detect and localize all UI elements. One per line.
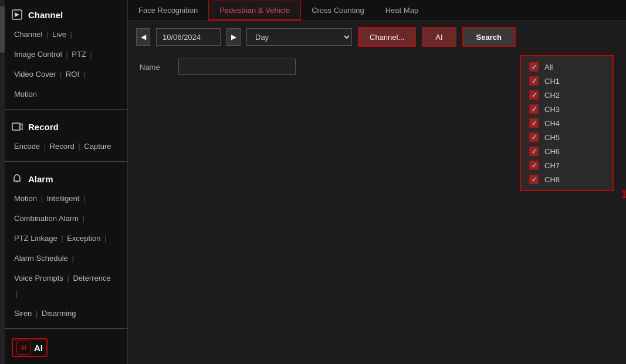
image-links: Image Control | PTZ | xyxy=(11,45,121,64)
motion-link[interactable]: Motion xyxy=(14,90,37,98)
alarm-icon xyxy=(11,172,23,185)
channel-label-ch3: CH3 xyxy=(544,105,560,114)
exception-link[interactable]: Exception xyxy=(67,234,100,243)
combination-alarm-link[interactable]: Combination Alarm xyxy=(14,214,79,223)
channel-label-ch6: CH6 xyxy=(544,147,560,156)
siren-link[interactable]: Siren xyxy=(14,309,32,318)
toolbar: ◀ ▶ Day Week Month Channel... AI Search xyxy=(128,21,626,53)
tab-cross-counting[interactable]: Cross Counting xyxy=(301,1,375,19)
channel-item-ch1[interactable]: ✓ CH1 xyxy=(521,74,613,88)
record-title: Record xyxy=(28,122,59,132)
ptz-link[interactable]: PTZ xyxy=(72,50,86,59)
channel-links: Channel | Live | xyxy=(11,25,121,45)
alarm-section-title: Alarm xyxy=(11,169,121,189)
annotation-1: 1 xyxy=(621,188,626,201)
alarm-schedule-link[interactable]: Alarm Schedule xyxy=(14,254,68,263)
intelligent-link[interactable]: Intelligent xyxy=(47,194,80,203)
channel-item-ch8[interactable]: ✓ CH8 xyxy=(521,172,613,186)
live-link[interactable]: Live xyxy=(52,30,66,39)
voice-prompts-link[interactable]: Voice Prompts xyxy=(14,274,63,283)
channel-link[interactable]: Channel xyxy=(14,30,42,39)
capture-link[interactable]: Capture xyxy=(84,142,111,151)
checkbox-ch5[interactable]: ✓ xyxy=(529,132,539,142)
sidebar: Channel Channel | Live | Image Control |… xyxy=(5,0,128,364)
checkbox-ch7[interactable]: ✓ xyxy=(529,161,539,170)
ai-icon: AI xyxy=(16,341,31,355)
next-date-button[interactable]: ▶ xyxy=(226,28,241,46)
channel-label-ch5: CH5 xyxy=(544,133,560,142)
record-link[interactable]: Record xyxy=(50,142,75,151)
channel-item-ch7[interactable]: ✓ CH7 xyxy=(521,158,613,172)
checkbox-ch2[interactable]: ✓ xyxy=(529,90,539,100)
prev-date-button[interactable]: ◀ xyxy=(136,28,150,46)
search-button[interactable]: Search xyxy=(462,27,516,47)
checkbox-ch8[interactable]: ✓ xyxy=(529,175,539,184)
tab-pedestrian-vehicle[interactable]: Pedestrian & Vehicle xyxy=(208,1,301,21)
channel-label-ch2: CH2 xyxy=(544,91,560,100)
tabs-bar: Face Recognition Pedestrian & Vehicle Cr… xyxy=(128,0,626,21)
ai-button[interactable]: AI xyxy=(422,27,456,47)
channel-dropdown: ✓ All ✓ CH1 ✓ CH2 ✓ CH3 ✓ CH4 ✓ CH5 ✓ CH… xyxy=(520,55,614,191)
checkbox-ch3[interactable]: ✓ xyxy=(529,104,539,114)
checkbox-ch6[interactable]: ✓ xyxy=(529,147,539,156)
name-label: Name xyxy=(140,63,169,72)
channel-item-ch6[interactable]: ✓ CH6 xyxy=(521,144,613,158)
motion-alarm-link[interactable]: Motion xyxy=(14,194,37,203)
channel-item-ch2[interactable]: ✓ CH2 xyxy=(521,88,613,102)
alarm-links-5: Voice Prompts | Deterrence | xyxy=(11,268,121,304)
channel-label-ch1: CH1 xyxy=(544,77,560,86)
record-section-title: Record xyxy=(11,117,121,137)
alarm-links-4: Alarm Schedule | xyxy=(11,249,121,268)
alarm-links-1: Motion | Intelligent | xyxy=(11,189,121,209)
checkbox-ch4[interactable]: ✓ xyxy=(529,118,539,128)
alarm-links-2: Combination Alarm | xyxy=(11,209,121,229)
video-cover-link[interactable]: Video Cover xyxy=(14,70,56,79)
alarm-links-3: PTZ Linkage | Exception | xyxy=(11,229,121,249)
main-content: Face Recognition Pedestrian & Vehicle Cr… xyxy=(128,0,626,364)
sidebar-section-alarm: Alarm Motion | Intelligent | Combination… xyxy=(5,164,127,326)
channel-section-title: Channel xyxy=(11,5,121,25)
sidebar-section-record: Record Encode | Record | Capture xyxy=(5,112,127,159)
disarming-link[interactable]: Disarming xyxy=(42,309,76,318)
svg-point-2 xyxy=(16,174,18,175)
channel-item-ch3[interactable]: ✓ CH3 xyxy=(521,102,613,116)
video-links: Video Cover | ROI | xyxy=(11,64,121,84)
roi-link[interactable]: ROI xyxy=(66,70,79,79)
checkbox-ch1[interactable]: ✓ xyxy=(529,76,539,86)
tab-face-recognition[interactable]: Face Recognition xyxy=(128,1,208,19)
image-control-link[interactable]: Image Control xyxy=(14,50,62,59)
channel-item-ch4[interactable]: ✓ CH4 xyxy=(521,116,613,130)
alarm-links-6: Siren | Disarming xyxy=(11,304,121,324)
day-select[interactable]: Day Week Month xyxy=(246,28,352,46)
tab-heat-map[interactable]: Heat Map xyxy=(375,1,429,19)
ai-section-box: AI AI xyxy=(12,338,48,357)
ai-links-1: Setup | Recognition | xyxy=(8,359,124,364)
alarm-title: Alarm xyxy=(28,174,53,184)
channel-icon xyxy=(11,8,23,21)
record-icon xyxy=(11,120,23,133)
deterrence-link[interactable]: Deterrence xyxy=(73,274,110,283)
sidebar-section-ai: AI AI Setup | Recognition | Alarm | Stat… xyxy=(5,331,127,364)
motion-link-wrap: Motion xyxy=(11,84,121,104)
channel-title: Channel xyxy=(28,10,63,20)
name-input[interactable] xyxy=(178,59,296,75)
channel-label-all: All xyxy=(544,63,553,72)
channel-label-ch8: CH8 xyxy=(544,175,560,184)
ptz-linkage-link[interactable]: PTZ Linkage xyxy=(14,234,57,243)
channel-item-all[interactable]: ✓ All xyxy=(521,60,613,74)
checkbox-all[interactable]: ✓ xyxy=(529,62,539,72)
record-links: Encode | Record | Capture xyxy=(11,137,121,157)
sidebar-section-channel: Channel Channel | Live | Image Control |… xyxy=(5,0,127,107)
encode-link[interactable]: Encode xyxy=(14,142,40,151)
channel-item-ch5[interactable]: ✓ CH5 xyxy=(521,130,613,144)
channel-label-ch7: CH7 xyxy=(544,161,560,170)
channel-label-ch4: CH4 xyxy=(544,119,560,128)
channel-button[interactable]: Channel... xyxy=(358,27,416,47)
svg-rect-1 xyxy=(12,123,20,130)
date-input[interactable] xyxy=(156,28,221,46)
ai-title: AI xyxy=(34,343,43,353)
